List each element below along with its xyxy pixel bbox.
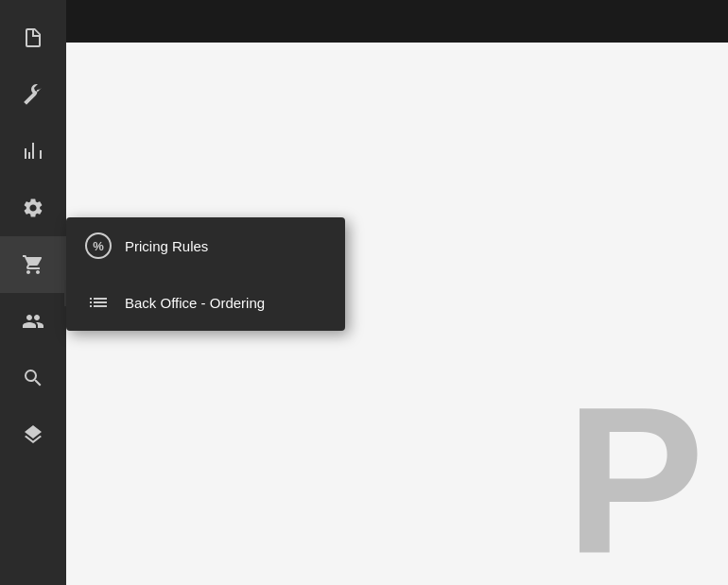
dropdown-item-back-office-ordering[interactable]: Back Office - Ordering [66, 274, 345, 331]
chart-icon [22, 140, 44, 163]
settings-icon [22, 197, 44, 219]
list-icon [85, 289, 112, 316]
sidebar-item-settings[interactable] [0, 180, 66, 236]
search-icon [22, 367, 44, 389]
pricing-rules-label: Pricing Rules [125, 238, 208, 254]
document-icon [22, 26, 44, 49]
percent-circle-icon [85, 232, 112, 259]
sidebar-item-document[interactable] [0, 9, 66, 66]
sidebar-item-layers[interactable] [0, 406, 66, 463]
sidebar-item-people[interactable] [0, 293, 66, 350]
sidebar-item-wrench[interactable] [0, 66, 66, 123]
back-office-ordering-label: Back Office - Ordering [125, 295, 265, 311]
sidebar [0, 0, 66, 585]
sidebar-item-cart[interactable] [0, 236, 66, 293]
sidebar-item-search[interactable] [0, 350, 66, 406]
top-bar [0, 0, 728, 43]
dropdown-menu: Pricing Rules Back Office - Ordering [66, 217, 345, 331]
dropdown-item-pricing-rules[interactable]: Pricing Rules [66, 217, 345, 274]
layers-icon [22, 423, 44, 446]
watermark-letter: P [565, 377, 700, 585]
cart-icon [22, 253, 44, 276]
wrench-icon [22, 83, 44, 106]
sidebar-item-chart[interactable] [0, 123, 66, 180]
people-icon [22, 310, 44, 333]
